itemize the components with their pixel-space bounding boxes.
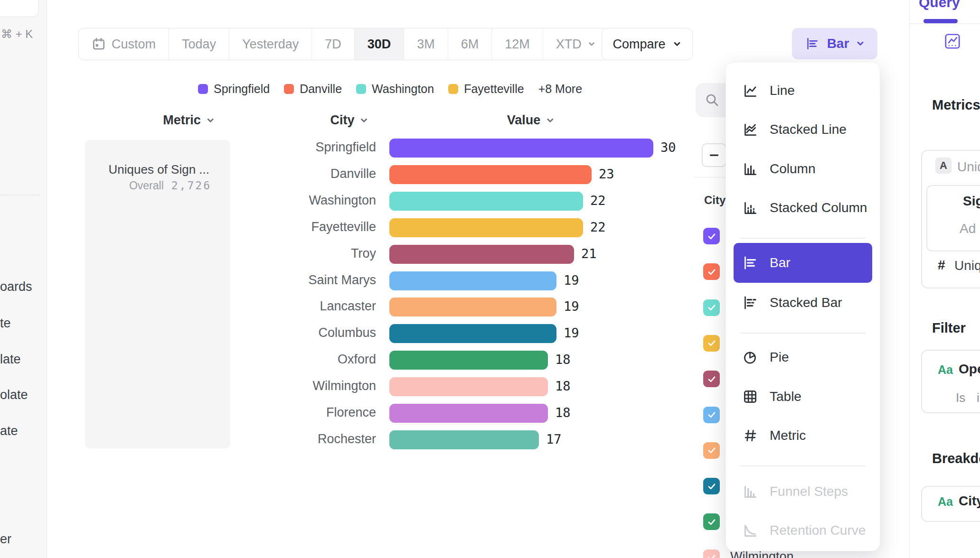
metric-header-label: Metric — [163, 113, 201, 128]
bar-oxford[interactable] — [389, 351, 548, 370]
date-range-yesterday[interactable]: Yesterday — [229, 28, 312, 60]
date-range-xtd[interactable]: XTD — [543, 28, 609, 60]
bar-troy[interactable] — [389, 245, 574, 264]
legend-label: Springfield — [214, 82, 270, 96]
sidebar-divider — [0, 195, 40, 195]
breakdown-type-badge: Aa — [938, 495, 953, 509]
bar-wilmington[interactable] — [389, 377, 548, 396]
menu-item-label: Funnel Steps — [770, 484, 848, 499]
bar-value-label: 19 — [564, 273, 579, 288]
analytics-dashboard: ⌘ + K oardstelateolateateer CustomTodayY… — [0, 0, 980, 558]
menu-item-label: Bar — [770, 255, 791, 270]
bar-saint-marys[interactable] — [389, 271, 556, 290]
date-range-12m[interactable]: 12M — [492, 28, 543, 60]
city-checkbox[interactable] — [703, 299, 720, 316]
city-checkbox[interactable] — [703, 335, 720, 352]
bar-rochester[interactable] — [389, 430, 539, 449]
legend-item[interactable]: Springfield — [198, 82, 270, 96]
bar-value-label: 19 — [564, 299, 579, 314]
chart-legend: SpringfieldDanvilleWashingtonFayettevill… — [198, 81, 582, 97]
legend-item[interactable]: Danville — [284, 82, 342, 96]
city-checkbox[interactable] — [703, 407, 720, 423]
city-checkbox[interactable] — [703, 478, 720, 494]
menu-item-table[interactable]: Table — [734, 378, 872, 416]
filter-type-badge: Aa — [938, 363, 953, 377]
sidebar-nav-item[interactable]: er — [0, 532, 11, 547]
menu-item-label: Line — [770, 83, 795, 98]
date-range-label: 3M — [417, 37, 435, 52]
menu-item-pie[interactable]: Pie — [734, 338, 872, 376]
metric-title: Uniques of Sign ... — [109, 162, 209, 177]
city-checkbox[interactable] — [703, 371, 720, 387]
sidebar-nav-item[interactable]: late — [0, 352, 21, 367]
bar-category-label: Rochester — [234, 432, 376, 446]
bar-value-label: 19 — [564, 326, 579, 340]
chart-type-button[interactable]: Bar — [792, 28, 877, 59]
chevron-down-icon — [359, 116, 369, 125]
sidebar-nav-item[interactable]: oards — [0, 279, 32, 294]
column-header-city[interactable]: City — [330, 113, 368, 128]
bar-value-label: 18 — [555, 405, 571, 420]
bar-danville[interactable] — [389, 165, 592, 184]
bar-category-label: Springfield — [234, 140, 376, 155]
legend-item[interactable]: Fayetteville — [448, 82, 524, 96]
filter-card[interactable] — [921, 350, 980, 413]
bar-springfield[interactable] — [389, 139, 653, 158]
date-range-3m[interactable]: 3M — [404, 28, 448, 60]
compare-button[interactable]: Compare — [602, 28, 693, 60]
bar-washington[interactable] — [389, 192, 583, 211]
date-range-label: Today — [182, 37, 216, 52]
tab-query[interactable]: Query — [919, 0, 960, 10]
sidebar-nav-item[interactable]: ate — [0, 424, 18, 438]
menu-item-stacked-column[interactable]: Stacked Column — [734, 189, 872, 227]
bar-florence[interactable] — [389, 404, 548, 423]
menu-item-funnel-steps: Funnel Steps — [734, 473, 872, 511]
date-range-label: 12M — [505, 37, 530, 52]
column-header-metric[interactable]: Metric — [163, 113, 215, 128]
menu-item-label: Column — [770, 161, 815, 177]
bar-lancaster[interactable] — [389, 298, 556, 316]
bar-value-label: 21 — [581, 246, 597, 261]
bar-category-label: Saint Marys — [234, 273, 376, 288]
check-icon — [707, 374, 717, 384]
stacked-column-chart-icon — [741, 199, 759, 217]
city-checkbox[interactable] — [703, 442, 720, 459]
menu-item-stacked-bar[interactable]: Stacked Bar — [734, 284, 872, 322]
legend-more-button[interactable]: +8 More — [538, 82, 582, 96]
bar-category-label: Lancaster — [234, 299, 376, 314]
date-range-6m[interactable]: 6M — [448, 28, 492, 60]
check-icon — [707, 267, 717, 277]
pie-chart-icon — [741, 348, 759, 366]
funnel-chart-icon — [741, 483, 759, 501]
compare-label: Compare — [612, 37, 665, 52]
hash-prefix: # — [938, 258, 945, 273]
sidebar-nav-item[interactable]: te — [0, 316, 11, 331]
date-range-today[interactable]: Today — [169, 28, 229, 60]
menu-item-retention-curve: Retention Curve — [734, 512, 872, 549]
legend-swatch — [284, 84, 294, 94]
sidebar-search-box[interactable] — [0, 0, 39, 17]
city-checkbox[interactable] — [703, 263, 720, 280]
menu-item-bar[interactable]: Bar — [734, 243, 872, 283]
legend-item[interactable]: Washington — [356, 82, 434, 96]
bar-columbus[interactable] — [389, 324, 556, 343]
city-checkbox[interactable] — [703, 549, 720, 558]
sidebar-nav-item[interactable]: olate — [0, 388, 28, 402]
city-checkbox[interactable] — [703, 228, 720, 244]
trend-chart-icon[interactable] — [943, 32, 961, 52]
menu-item-stacked-line[interactable]: Stacked Line — [734, 111, 872, 149]
metric-card[interactable]: Uniques of Sign ... Overall 2,726 — [85, 140, 230, 448]
bar-fayetteville[interactable] — [389, 218, 583, 237]
menu-item-line[interactable]: Line — [734, 72, 872, 110]
menu-item-label: Pie — [770, 350, 789, 365]
city-checkbox[interactable] — [703, 513, 720, 530]
bar-value-label: 18 — [555, 352, 571, 367]
metrics-heading: Metrics — [932, 97, 980, 113]
menu-item-metric[interactable]: Metric — [734, 417, 872, 455]
menu-item-column[interactable]: Column — [734, 150, 872, 188]
zoom-out-button[interactable] — [702, 143, 726, 167]
date-range-30d[interactable]: 30D — [355, 28, 405, 60]
column-header-value[interactable]: Value — [507, 113, 555, 128]
date-range-custom[interactable]: Custom — [79, 28, 169, 60]
date-range-7d[interactable]: 7D — [312, 28, 355, 60]
